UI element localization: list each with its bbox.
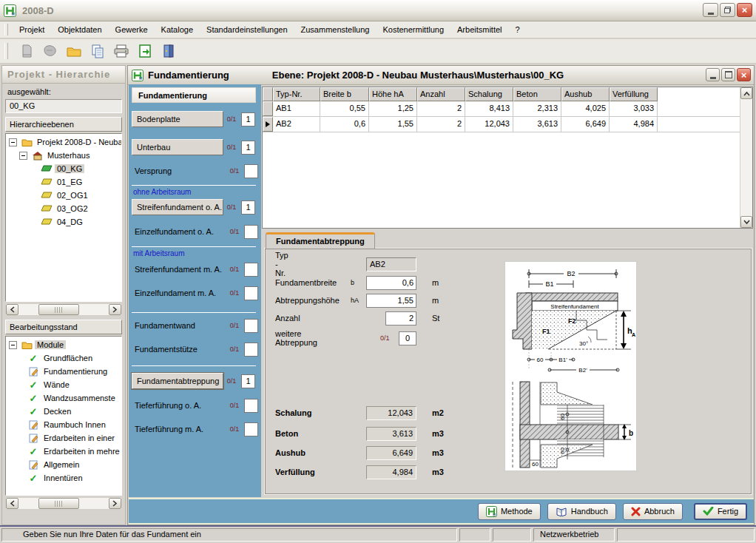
tree-item-projekt[interactable]: Projekt 2008-D - Neubau: [6, 135, 121, 149]
tree-item-02og1[interactable]: 02_OG1: [6, 189, 121, 202]
tree-item-01eg[interactable]: 01_EG: [6, 175, 121, 189]
exit-icon[interactable]: [159, 41, 178, 61]
column-header-schalung[interactable]: Schalung: [465, 87, 513, 101]
scroll-right-arrow[interactable]: [109, 498, 121, 509]
collapse-icon[interactable]: [9, 138, 17, 146]
abbruch-button[interactable]: Abbruch: [623, 503, 683, 520]
tree-item-03og2[interactable]: 03_OG2: [6, 202, 121, 215]
module-decken[interactable]: ✓ Decken: [6, 405, 121, 418]
tree-item-04dg[interactable]: 04_DG: [6, 215, 121, 229]
table-row-ab1[interactable]: AB1 0,55 1,25 2 8,413 2,313 4,025 3,033: [263, 101, 740, 117]
weitere-abtreppung-input[interactable]: [399, 331, 416, 345]
minimize-button[interactable]: [703, 3, 718, 17]
fundamentabtreppung-count[interactable]: 1: [241, 374, 255, 388]
menu-standardeinstellungen[interactable]: Standardeinstellungen: [200, 23, 294, 36]
folder-icon[interactable]: [64, 41, 84, 61]
column-header-typnr[interactable]: Typ-Nr.: [273, 87, 320, 101]
collapse-icon[interactable]: [19, 152, 27, 160]
streifenfundament-oa-count[interactable]: 1: [241, 200, 255, 215]
tieferfuehrung-oa-label[interactable]: Tieferführung o. A.: [132, 401, 226, 410]
fundamentwand-count[interactable]: [244, 319, 258, 333]
print-icon[interactable]: [112, 41, 131, 61]
column-header-breite[interactable]: Breite b: [320, 87, 369, 101]
child-close-button[interactable]: ×: [737, 68, 751, 81]
scroll-left-arrow[interactable]: [6, 498, 18, 509]
menu-kostenermittlung[interactable]: Kostenermittlung: [376, 23, 450, 36]
abtreppungshoehe-input[interactable]: [366, 294, 416, 308]
module-erdarbeiten-einer[interactable]: Erdarbeiten in einer: [6, 431, 121, 445]
tieferfuehrung-ma-count[interactable]: [244, 422, 258, 436]
module-allgemein[interactable]: Allgemein: [6, 458, 121, 471]
scroll-track[interactable]: [18, 304, 109, 315]
table-row-ab2-current[interactable]: AB2 0,6 1,55 2 12,043 3,613 6,649 4,984: [263, 117, 740, 132]
new-document-icon[interactable]: [17, 41, 36, 61]
versprung-label[interactable]: Versprung: [132, 166, 226, 175]
module-wandzusammenstellung[interactable]: ✓ Wandzusammenste: [6, 391, 121, 405]
collapse-icon[interactable]: [9, 341, 17, 349]
fertig-button[interactable]: Fertig: [694, 503, 747, 520]
menu-kataloge[interactable]: Kataloge: [155, 23, 200, 36]
module-waende[interactable]: ✓ Wände: [6, 378, 121, 391]
toolbar-grip[interactable]: [4, 43, 8, 59]
column-header-anzahl[interactable]: Anzahl: [417, 87, 465, 101]
child-minimize-button[interactable]: [706, 68, 720, 81]
column-header-aushub[interactable]: Aushub: [561, 87, 610, 101]
tieferfuehrung-oa-count[interactable]: [244, 399, 258, 413]
bodenplatte-count[interactable]: 1: [241, 112, 255, 127]
tab-fundamentabtreppung[interactable]: Fundamentabtreppung: [266, 232, 375, 249]
unterbau-button[interactable]: Unterbau: [132, 139, 223, 155]
menu-arbeitsmittel[interactable]: Arbeitsmittel: [450, 23, 509, 36]
export-icon[interactable]: [135, 41, 155, 61]
module-grundflaechen[interactable]: ✓ Grundflächen: [6, 351, 121, 365]
close-button[interactable]: ×: [737, 3, 752, 17]
tree-item-musterhaus[interactable]: Musterhaus: [6, 149, 121, 162]
module-fundamentierung[interactable]: Fundamentierung: [6, 365, 121, 378]
fundamentstuetze-count[interactable]: [244, 343, 258, 357]
scroll-track[interactable]: [740, 99, 752, 216]
fundamentstuetze-label[interactable]: Fundamentstütze: [132, 345, 226, 354]
scroll-thumb[interactable]: [38, 304, 79, 315]
tree-item-00kg[interactable]: 00_KG: [6, 162, 121, 175]
column-header-hoehe[interactable]: Höhe hA: [369, 87, 417, 101]
open-icon[interactable]: [41, 41, 60, 61]
streifenfundament-ma-count[interactable]: [244, 263, 258, 277]
einzelfundament-oa-count[interactable]: [244, 225, 258, 239]
scroll-thumb[interactable]: [38, 498, 79, 509]
einzelfundament-oa-label[interactable]: Einzelfundament o. A.: [132, 227, 226, 236]
streifenfundament-ma-label[interactable]: Streifenfundament m. A.: [132, 265, 226, 274]
menubar-grip[interactable]: [4, 24, 8, 35]
einzelfundament-ma-count[interactable]: [244, 286, 258, 300]
fundamentwand-label[interactable]: Fundamentwand: [132, 321, 226, 330]
unterbau-count[interactable]: 1: [241, 141, 255, 155]
bodenplatte-button[interactable]: Bodenplatte: [132, 111, 223, 127]
scroll-down-arrow[interactable]: [740, 216, 752, 228]
tieferfuehrung-ma-label[interactable]: Tieferführung m. A.: [132, 425, 226, 434]
menu-projekt[interactable]: Projekt: [13, 23, 51, 36]
tree-item-module[interactable]: Module: [6, 338, 121, 351]
menu-zusammenstellung[interactable]: Zusammenstellung: [294, 23, 377, 36]
streifenfundament-oa-button[interactable]: Streifenfundament o. A.: [132, 199, 223, 215]
scroll-left-arrow[interactable]: [6, 304, 18, 315]
module-innentueren[interactable]: ✓ Innentüren: [6, 471, 121, 485]
menu-objektdaten[interactable]: Objektdaten: [51, 23, 108, 36]
breite-symbol: b: [351, 279, 354, 286]
child-maximize-button[interactable]: [721, 68, 735, 81]
scroll-up-arrow[interactable]: [740, 87, 752, 99]
scroll-right-arrow[interactable]: [109, 304, 121, 315]
einzelfundament-ma-label[interactable]: Einzelfundament m. A.: [132, 289, 226, 297]
module-erdarbeiten-mehre[interactable]: ✓ Erdarbeiten in mehre: [6, 445, 121, 458]
fundamentbreite-input[interactable]: [366, 276, 416, 290]
scroll-track[interactable]: [18, 498, 109, 509]
menu-gewerke[interactable]: Gewerke: [109, 23, 155, 36]
handbuch-button[interactable]: Handbuch: [547, 503, 616, 520]
restore-button[interactable]: [720, 3, 735, 17]
copy-icon[interactable]: [88, 41, 107, 61]
module-raumbuch-innen[interactable]: Raumbuch Innen: [6, 418, 121, 431]
methode-button[interactable]: M Methode: [478, 503, 541, 520]
menu-help[interactable]: ?: [509, 23, 527, 36]
fundamentabtreppung-button[interactable]: Fundamentabtreppung: [132, 373, 223, 389]
versprung-count[interactable]: [244, 164, 258, 178]
anzahl-input[interactable]: [385, 311, 416, 326]
column-header-verfuellung[interactable]: Verfüllung: [610, 87, 658, 101]
column-header-beton[interactable]: Beton: [513, 87, 561, 101]
